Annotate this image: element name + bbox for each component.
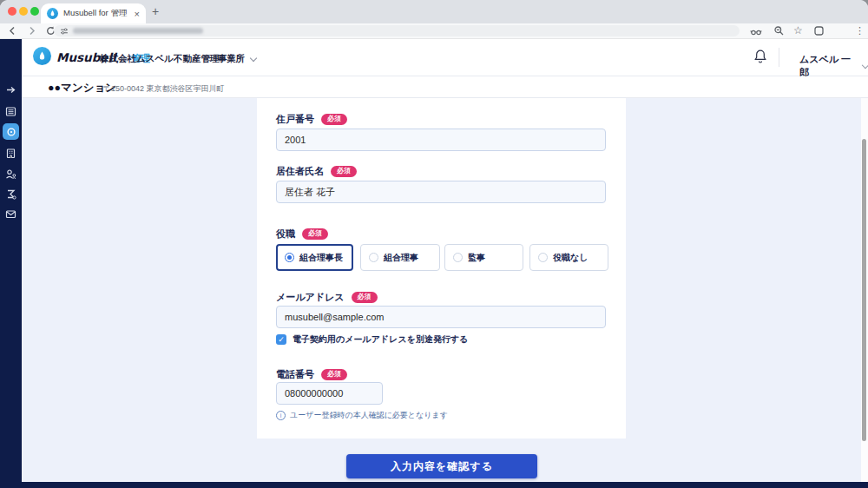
phone-input[interactable] <box>276 382 383 405</box>
role-option-label: 組合理事 <box>384 252 418 264</box>
radio-icon <box>369 253 378 262</box>
building-icon[interactable] <box>5 148 16 159</box>
musubell-favicon <box>47 8 58 19</box>
unit-number-input[interactable] <box>276 129 606 151</box>
chevron-down-icon <box>862 61 868 68</box>
tab-search-icon[interactable] <box>813 25 825 36</box>
close-window-button[interactable] <box>8 7 16 16</box>
notifications-bell-icon[interactable] <box>753 49 767 64</box>
residents-app-icon <box>6 127 16 137</box>
browser-tab[interactable]: Musubell for 管理 × <box>41 3 146 23</box>
role-option-none[interactable]: 役職なし <box>529 244 608 271</box>
user-name: ムスベル 一郎 <box>799 53 857 79</box>
address-bar[interactable] <box>54 25 740 36</box>
new-tab-button[interactable]: + <box>152 4 159 18</box>
musubell-logo-icon <box>33 47 51 65</box>
tab-title: Musubell for 管理 <box>63 8 131 19</box>
role-label-row: 役職 必須 <box>276 228 328 241</box>
browser-window: Musubell for 管理 × + ☆ ⋮ Musubell for <box>0 0 868 488</box>
members-icon[interactable] <box>5 168 16 180</box>
radio-selected-icon <box>285 253 294 262</box>
email-label-row: メールアドレス 必須 <box>276 291 378 304</box>
role-option-label: 役職なし <box>553 252 588 264</box>
role-option-director[interactable]: 組合理事 <box>360 244 440 271</box>
expand-sidebar-icon[interactable] <box>5 84 16 96</box>
email-input[interactable] <box>276 306 606 328</box>
separate-email-label[interactable]: 電子契約用のメールアドレスを別途発行する <box>293 333 468 346</box>
info-icon: i <box>276 411 286 420</box>
phone-label: 電話番号 <box>276 368 314 381</box>
minimize-window-button[interactable] <box>19 7 28 16</box>
unit-number-label-row: 住戸番号 必須 <box>276 113 347 126</box>
required-badge: 必須 <box>302 228 328 240</box>
resident-name-label-row: 居住者氏名 必須 <box>276 165 357 178</box>
chevron-down-icon <box>250 54 257 61</box>
zoom-icon[interactable] <box>773 25 785 36</box>
scrollbar-thumb[interactable] <box>862 139 866 441</box>
user-menu[interactable]: ムスベル 一郎 <box>799 53 868 79</box>
workflow-icon[interactable] <box>5 188 16 200</box>
phone-label-row: 電話番号 必須 <box>276 368 347 381</box>
app-sidebar <box>0 39 22 488</box>
footer-bar <box>0 482 868 488</box>
phone-note-row: i ユーザー登録時の本人確認に必要となります <box>276 410 448 421</box>
building-address: 〒150-0042 東京都渋谷区宇田川町 <box>103 83 225 95</box>
url-blurred <box>73 28 203 34</box>
sidebar-item-active[interactable] <box>3 123 19 140</box>
role-label: 役職 <box>276 228 295 241</box>
mail-icon[interactable] <box>5 208 16 220</box>
forward-icon[interactable] <box>26 25 37 36</box>
resident-name-label: 居住者氏名 <box>276 165 324 178</box>
back-icon[interactable] <box>7 25 18 36</box>
confirm-button[interactable]: 入力内容を確認する <box>346 454 537 478</box>
required-badge: 必須 <box>321 114 347 125</box>
app-header: Musubell for 管理 株式会社ムスベル不動産管理 ○○事業所 ムスベル… <box>22 39 868 76</box>
unit-number-label: 住戸番号 <box>276 113 314 126</box>
password-manager-icon[interactable] <box>750 25 762 37</box>
checkbox-checked-icon[interactable]: ✓ <box>276 334 286 345</box>
email-label: メールアドレス <box>276 291 345 304</box>
role-option-chairman[interactable]: 組合理事長 <box>276 244 353 271</box>
company-name: 株式会社ムスベル不動産管理 <box>100 53 219 65</box>
building-header: ●●マンション 〒150-0042 東京都渋谷区宇田川町 <box>22 76 868 98</box>
resident-name-input[interactable] <box>276 181 606 203</box>
required-badge: 必須 <box>352 292 378 303</box>
browser-menu-icon[interactable]: ⋮ <box>855 25 865 36</box>
role-option-auditor[interactable]: 監事 <box>444 244 523 271</box>
header-divider <box>779 48 779 67</box>
phone-note: ユーザー登録時の本人確認に必要となります <box>290 410 448 421</box>
office-selector[interactable]: ○○事業所 <box>207 53 256 65</box>
required-badge: 必須 <box>321 369 347 380</box>
office-name: ○○事業所 <box>207 53 245 65</box>
site-settings-icon[interactable] <box>60 27 69 36</box>
list-icon[interactable] <box>5 106 16 117</box>
role-option-label: 監事 <box>468 252 485 264</box>
role-option-label: 組合理事長 <box>299 252 343 264</box>
bookmark-star-icon[interactable]: ☆ <box>793 25 803 36</box>
required-badge: 必須 <box>331 166 357 177</box>
tab-strip: Musubell for 管理 × + <box>0 0 868 23</box>
radio-icon <box>538 253 548 262</box>
fullscreen-window-button[interactable] <box>30 7 39 16</box>
separate-email-row: ✓ 電子契約用のメールアドレスを別途発行する <box>276 333 468 346</box>
close-tab-icon[interactable]: × <box>135 9 140 19</box>
radio-icon <box>453 253 463 262</box>
